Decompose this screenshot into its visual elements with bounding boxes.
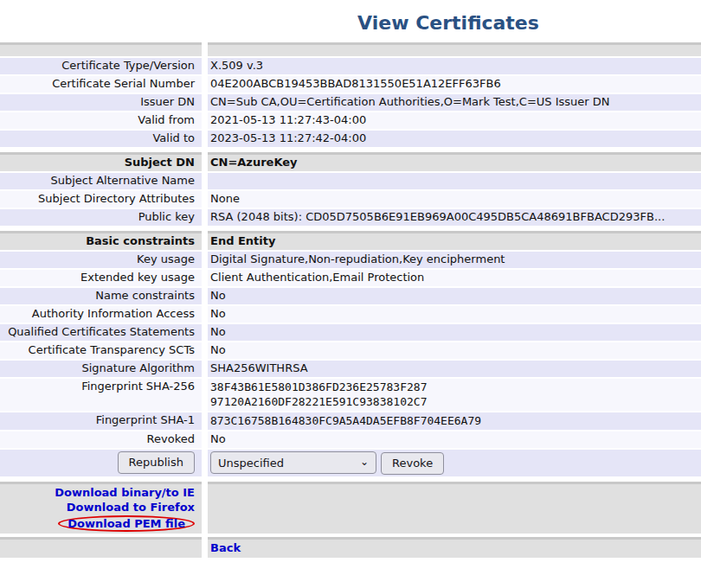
- section-header-row: Subject DNCN=AzureKey: [0, 152, 701, 171]
- row-label: Certificate Type/Version: [0, 58, 202, 74]
- row-value: [208, 42, 701, 56]
- certificate-table: Certificate Type/VersionX.509 v.3Certifi…: [0, 42, 701, 558]
- row-value: 38F43B61E5801D386FD236E25783F28797120A21…: [208, 379, 701, 411]
- back-cell: Back: [208, 537, 701, 558]
- row-label: Key usage: [0, 252, 202, 268]
- row-label: Valid to: [0, 131, 202, 147]
- table-row: Signature AlgorithmSHA256WITHRSA: [0, 361, 701, 377]
- row-label: Subject Directory Attributes: [0, 191, 202, 208]
- row-value: CN=Sub CA,OU=Certification Authorities,O…: [208, 94, 701, 111]
- row-label: Fingerprint SHA-1: [0, 412, 202, 430]
- row-value: 04E200ABCB19453BBAD8131550E51A12EFF63FB6: [208, 76, 701, 93]
- row-label: Valid from: [0, 112, 202, 129]
- download-pem-link[interactable]: Download PEM file: [68, 517, 185, 530]
- row-label: Subject Alternative Name: [0, 173, 202, 189]
- table-row: RevokedNo: [0, 431, 701, 448]
- row-value: No: [208, 431, 701, 448]
- row-value: No: [208, 306, 701, 323]
- row-label: Revoked: [0, 431, 202, 448]
- download-links-cell: Download binary/to IE Download to Firefo…: [0, 482, 202, 534]
- table-row: Issuer DNCN=Sub CA,OU=Certification Auth…: [0, 94, 701, 111]
- row-value: No: [208, 324, 701, 341]
- table-row: Name constraintsNo: [0, 288, 701, 304]
- downloads-empty-cell: [208, 482, 701, 534]
- table-row: Authority Information AccessNo: [0, 306, 701, 323]
- back-link[interactable]: Back: [210, 541, 241, 554]
- revoke-button[interactable]: Revoke: [381, 452, 444, 475]
- back-empty-cell: [0, 537, 202, 558]
- table-row: Fingerprint SHA-1873C16758B164830FC9A5A4…: [0, 412, 701, 430]
- table-row: Extended key usageClient Authentication,…: [0, 270, 701, 286]
- row-value: CN=AzureKey: [208, 152, 701, 171]
- row-value: End Entity: [208, 231, 701, 250]
- table-row: Fingerprint SHA-25638F43B61E5801D386FD23…: [0, 379, 701, 411]
- row-label: Name constraints: [0, 288, 202, 304]
- row-value: [208, 173, 701, 189]
- row-label: Public key: [0, 209, 202, 226]
- certificate-rows: Certificate Type/VersionX.509 v.3Certifi…: [0, 42, 701, 448]
- table-row: Certificate Type/VersionX.509 v.3: [0, 58, 701, 74]
- row-label: [0, 42, 202, 56]
- republish-cell: Republish: [0, 450, 202, 476]
- row-value: Client Authentication,Email Protection: [208, 270, 701, 286]
- row-label: Issuer DN: [0, 94, 202, 111]
- republish-button[interactable]: Republish: [118, 451, 195, 474]
- table-row: Qualified Certificates StatementsNo: [0, 324, 701, 341]
- table-row: Subject Alternative Name: [0, 173, 701, 189]
- table-row: Valid from2021-05-13 11:27:43-04:00: [0, 112, 701, 129]
- row-value: No: [208, 288, 701, 304]
- table-row: Public keyRSA (2048 bits): CD05D7505B6E9…: [0, 209, 701, 226]
- page-title: View Certificates: [0, 11, 701, 35]
- table-row: Subject Directory AttributesNone: [0, 191, 701, 208]
- row-value: 2021-05-13 11:27:43-04:00: [208, 112, 701, 129]
- actions-row: Republish Unspecified ⌄ Revoke: [0, 450, 701, 476]
- row-label: Fingerprint SHA-256: [0, 379, 202, 411]
- red-ellipse-annotation: Download PEM file: [58, 515, 195, 532]
- row-label: Basic constraints: [0, 231, 202, 250]
- row-label: Subject DN: [0, 152, 202, 171]
- row-value: Digital Signature,Non-repudiation,Key en…: [208, 252, 701, 268]
- row-value: 2023-05-13 11:27:42-04:00: [208, 131, 701, 147]
- table-row: Certificate Serial Number04E200ABCB19453…: [0, 76, 701, 93]
- row-value: No: [208, 342, 701, 359]
- row-value: SHA256WITHRSA: [208, 361, 701, 377]
- row-value: X.509 v.3: [208, 58, 701, 74]
- back-row: Back: [0, 537, 701, 558]
- row-label: Certificate Transparency SCTs: [0, 342, 202, 359]
- download-firefox-link[interactable]: Download to Firefox: [3, 500, 195, 514]
- row-label: Authority Information Access: [0, 306, 202, 323]
- table-header-row: [0, 42, 701, 56]
- revoke-cell: Unspecified ⌄ Revoke: [208, 450, 701, 476]
- row-label: Extended key usage: [0, 270, 202, 286]
- row-label: Signature Algorithm: [0, 361, 202, 377]
- downloads-row: Download binary/to IE Download to Firefo…: [0, 482, 701, 534]
- row-label: Qualified Certificates Statements: [0, 324, 202, 341]
- table-row: Certificate Transparency SCTsNo: [0, 342, 701, 359]
- section-header-row: Basic constraintsEnd Entity: [0, 231, 701, 250]
- row-value: RSA (2048 bits): CD05D7505B6E91EB969A00C…: [208, 209, 701, 226]
- table-row: Key usageDigital Signature,Non-repudiati…: [0, 252, 701, 268]
- table-row: Valid to2023-05-13 11:27:42-04:00: [0, 131, 701, 147]
- revocation-reason-select-wrap: Unspecified ⌄: [210, 451, 376, 474]
- download-binary-ie-link[interactable]: Download binary/to IE: [3, 485, 195, 500]
- row-value: None: [208, 191, 701, 208]
- row-value: 873C16758B164830FC9A5A4DA5EFB8F704EE6A79: [208, 412, 701, 430]
- revocation-reason-select[interactable]: Unspecified: [210, 451, 376, 474]
- row-label: Certificate Serial Number: [0, 76, 202, 93]
